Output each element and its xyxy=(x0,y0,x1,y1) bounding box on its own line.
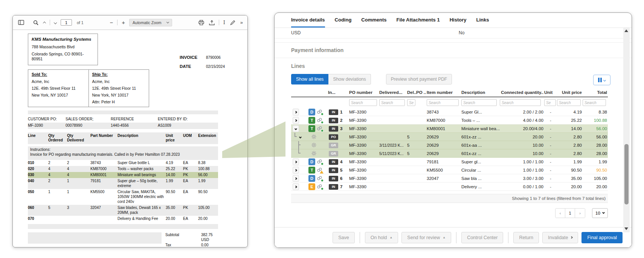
zoom-level-select[interactable]: Automatic Zoom xyxy=(129,19,172,26)
row-expander-button[interactable] xyxy=(293,183,299,190)
column-search-input[interactable] xyxy=(544,99,556,106)
page-number-input[interactable] xyxy=(61,19,72,26)
invalidate-button[interactable]: Invalidate xyxy=(542,232,578,243)
more-tools-icon[interactable]: » xyxy=(240,19,243,26)
current-page-button[interactable]: 1 xyxy=(565,209,575,218)
row-expander-button[interactable] xyxy=(293,167,299,174)
chevron-icon xyxy=(295,160,297,163)
table-row[interactable]: D IN 1 MF-3390 38743 Super Gl... 2.00 / … xyxy=(291,108,608,116)
tab-links[interactable]: Links xyxy=(476,17,489,28)
doc-type-badge: IN xyxy=(329,126,338,132)
final-approval-button[interactable]: Final approval xyxy=(581,232,623,243)
table-row[interactable]: GR MF-3390 3/11/2023 K... 5 20629 601x-a… xyxy=(291,141,608,149)
tab-file-attachments-1[interactable]: File Attachments 1 xyxy=(397,17,440,28)
table-row[interactable]: T IN 3 MF-3390 KM80001 Miniature wall be… xyxy=(291,124,608,133)
column-header[interactable]: PO .. xyxy=(416,90,427,95)
column-search-input[interactable] xyxy=(557,99,581,106)
tab-coding[interactable]: Coding xyxy=(335,17,352,28)
row-expander-button[interactable] xyxy=(293,175,299,182)
divider xyxy=(50,20,50,25)
column-header[interactable]: Delivered... xyxy=(379,90,407,95)
ship-to-box: Ship To: Acme, Inc12E. 49th Street Floor… xyxy=(89,69,150,108)
print-icon[interactable] xyxy=(198,19,205,26)
next-page-button[interactable]: › xyxy=(575,209,585,218)
return-button[interactable]: Return xyxy=(513,232,539,243)
search-cell xyxy=(583,99,608,106)
column-header[interactable]: Connected quantity.. xyxy=(500,90,544,95)
pen-icon[interactable] xyxy=(229,19,236,26)
row-expander-button[interactable] xyxy=(293,109,299,115)
row-expander-button[interactable] xyxy=(293,125,299,132)
column-header[interactable]: In... xyxy=(328,90,349,95)
previous-page-button[interactable]: ‹ xyxy=(555,209,565,218)
table-row[interactable]: D IN 6 MF-3390 32047 Saw bla ... 3.00 / … xyxy=(291,174,608,183)
doc-type-badge: GR xyxy=(329,143,338,148)
tab-history[interactable]: History xyxy=(450,17,467,28)
column-search-input[interactable] xyxy=(349,99,377,106)
table-row[interactable]: GR MF-3390 5/11/2023 K... 5 20629 601x-z… xyxy=(291,149,608,158)
column-header[interactable]: Item number xyxy=(427,90,461,95)
payment-information-section: Payment information xyxy=(275,42,632,58)
tab-comments[interactable]: Comments xyxy=(361,17,386,28)
column-header[interactable]: Description xyxy=(461,90,500,95)
show-all-lines-button[interactable]: Show all lines xyxy=(291,74,328,84)
sidebar-toggle-icon[interactable] xyxy=(17,19,25,26)
line-cell: 020 xyxy=(28,166,48,171)
table-row[interactable]: T IN 2 MF-3390 KM87000 Tools – ... 4.00 … xyxy=(291,116,608,124)
open-file-icon[interactable] xyxy=(208,19,215,26)
next-page-icon[interactable] xyxy=(53,21,57,25)
part-number-cell: 32047 xyxy=(90,205,118,215)
uom-cell: EA xyxy=(183,160,198,165)
control-center-button[interactable]: Control Center xyxy=(461,232,503,243)
column-search-input[interactable] xyxy=(427,99,459,106)
table-row[interactable]: PO MF-3390 5 20629 601x-zz ... 20.00 - 2… xyxy=(291,133,608,141)
column-header[interactable]: Unit xyxy=(544,90,557,95)
zoom-out-icon[interactable]: − xyxy=(109,19,114,26)
column-header: Qty Ordered xyxy=(48,134,67,143)
total-label: Tax xyxy=(165,243,201,247)
column-search-input[interactable] xyxy=(500,99,541,106)
addresses: Sold To: Acme, Inc12E. 49th Street Floor… xyxy=(28,69,149,108)
unit-price-cell: 20.00 xyxy=(557,184,583,189)
qty-delivered-cell xyxy=(67,216,90,221)
zoom-in-icon[interactable]: + xyxy=(121,19,126,26)
column-settings-button[interactable] xyxy=(593,75,610,85)
on-hold-button[interactable]: On hold▲ xyxy=(365,232,398,243)
item-number-cell: KM5500 xyxy=(427,168,461,172)
scrollbar-thumb[interactable] xyxy=(624,144,629,204)
row-expander-button[interactable] xyxy=(298,134,302,140)
column-search-input[interactable] xyxy=(461,99,497,106)
scrollbar[interactable] xyxy=(623,27,630,232)
column-search-input[interactable] xyxy=(583,99,606,106)
column-search-input[interactable] xyxy=(407,99,415,106)
column-header[interactable]: PO number xyxy=(349,90,379,95)
column-header[interactable]: Unit price xyxy=(557,90,583,95)
table-row[interactable]: T IN 5 MF-3390 KM5500 Circular ... 1.00 … xyxy=(291,166,608,174)
text-select-icon[interactable]: I xyxy=(223,19,226,26)
lines-table: In...PO numberDelivered...Del..PO ..Item… xyxy=(291,88,608,191)
line-type-badge: T xyxy=(308,117,315,124)
tab-invoice-details[interactable]: Invoice details xyxy=(291,17,325,28)
column-search-input[interactable] xyxy=(379,99,405,106)
preview-short-payment-pdf-button[interactable]: Preview short payment PDF xyxy=(386,74,452,84)
scroll-up-icon[interactable] xyxy=(624,29,628,32)
scroll-down-icon[interactable] xyxy=(624,227,628,230)
column-header[interactable]: Total xyxy=(583,90,608,95)
previous-page-icon[interactable] xyxy=(43,21,46,25)
total-row: Subtotal 382.75USD xyxy=(28,232,218,243)
save-button[interactable]: Save xyxy=(333,232,355,243)
row-expander-button[interactable] xyxy=(293,158,299,165)
show-deviations-button[interactable]: Show deviations xyxy=(328,74,371,84)
column-header[interactable]: Del.. xyxy=(407,90,416,95)
search-icon[interactable] xyxy=(32,19,39,26)
chevron-icon xyxy=(295,185,297,188)
line-cell: 070 xyxy=(28,216,48,221)
total-cell: 8.38 xyxy=(583,110,608,114)
line-type-badge: E xyxy=(308,183,315,190)
table-row[interactable]: D IN 4 MF-3390 79181 Super gl... 1.00 / … xyxy=(291,158,608,166)
total-value: 0.00 xyxy=(201,243,218,247)
send-for-review-button[interactable]: Send for review▲ xyxy=(401,232,451,243)
table-row[interactable]: E IN 7 MF-3390 Delivery ... 0.00 / 1.00 … xyxy=(291,183,608,191)
row-expander-button[interactable] xyxy=(293,117,299,124)
page-size-select[interactable]: 10 xyxy=(592,208,608,218)
